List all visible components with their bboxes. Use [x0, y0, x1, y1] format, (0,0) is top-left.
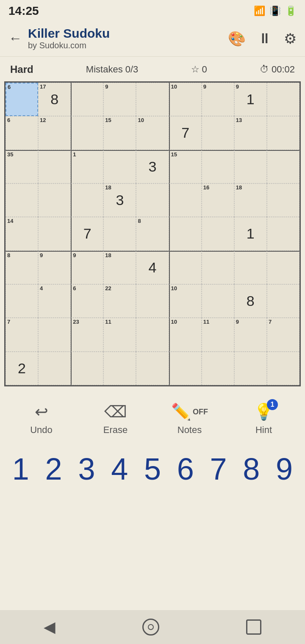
- num-btn-3[interactable]: 3: [72, 452, 101, 486]
- cell-r6-c2[interactable]: 9: [38, 251, 71, 284]
- cell-r7-c9[interactable]: [267, 284, 299, 318]
- cell-r6-c1[interactable]: 8: [6, 251, 38, 284]
- cell-r2-c4[interactable]: 15: [103, 116, 136, 150]
- cell-r1-c5[interactable]: [136, 83, 169, 116]
- undo-button[interactable]: ↩ Undo: [16, 402, 67, 436]
- num-btn-2[interactable]: 2: [39, 452, 69, 486]
- cell-r8-c2[interactable]: [38, 318, 71, 351]
- cell-r8-c7[interactable]: 11: [202, 318, 234, 351]
- cell-r2-c5[interactable]: 10: [136, 116, 169, 150]
- cell-r3-c3[interactable]: 1: [71, 150, 103, 183]
- cell-r5-c9[interactable]: [267, 217, 299, 250]
- cell-r2-c9[interactable]: [267, 116, 299, 150]
- cell-r5-c5[interactable]: 8: [136, 217, 169, 250]
- notes-button[interactable]: ✏️ OFF Notes: [164, 402, 215, 436]
- cell-r3-c9[interactable]: [267, 150, 299, 183]
- cell-r1-c3[interactable]: [71, 83, 103, 116]
- cell-r9-c8[interactable]: [234, 352, 267, 385]
- cell-r4-c6[interactable]: [169, 183, 202, 217]
- cell-r6-c9[interactable]: [267, 251, 299, 284]
- cell-r2-c1[interactable]: 6: [6, 116, 38, 150]
- palette-icon[interactable]: 🎨: [228, 30, 246, 47]
- pause-icon[interactable]: ⏸: [258, 30, 272, 47]
- cell-r4-c3[interactable]: [71, 183, 103, 217]
- cell-r5-c1[interactable]: 14: [6, 217, 38, 250]
- cell-r2-c7[interactable]: [202, 116, 234, 150]
- cell-r9-c2[interactable]: [38, 352, 71, 385]
- num-btn-1[interactable]: 1: [6, 452, 36, 486]
- cell-r4-c5[interactable]: [136, 183, 169, 217]
- cell-r9-c1[interactable]: 2: [6, 352, 38, 385]
- cell-r5-c2[interactable]: [38, 217, 71, 250]
- cell-r5-c4[interactable]: [103, 217, 136, 250]
- cell-r5-c3[interactable]: 7: [71, 217, 103, 250]
- cell-r2-c3[interactable]: [71, 116, 103, 150]
- cell-r7-c5[interactable]: [136, 284, 169, 318]
- cell-r9-c5[interactable]: [136, 352, 169, 385]
- cell-r8-c8[interactable]: 9: [234, 318, 267, 351]
- cell-r4-c7[interactable]: 16: [202, 183, 234, 217]
- cell-r1-c1[interactable]: 6: [6, 83, 38, 116]
- cell-r1-c6[interactable]: 10: [169, 83, 202, 116]
- settings-icon[interactable]: ⚙: [284, 30, 297, 47]
- cell-r9-c7[interactable]: [202, 352, 234, 385]
- cell-r7-c1[interactable]: [6, 284, 38, 318]
- cell-r3-c4[interactable]: [103, 150, 136, 183]
- cell-r3-c8[interactable]: [234, 150, 267, 183]
- cell-r3-c7[interactable]: [202, 150, 234, 183]
- cell-r4-c2[interactable]: [38, 183, 71, 217]
- cell-r6-c8[interactable]: [234, 251, 267, 284]
- hint-button[interactable]: 💡 1 Hint: [238, 402, 289, 436]
- cell-r8-c3[interactable]: 23: [71, 318, 103, 351]
- cell-r5-c8[interactable]: 1: [234, 217, 267, 250]
- cell-r8-c6[interactable]: 10: [169, 318, 202, 351]
- cell-r2-c2[interactable]: 12: [38, 116, 71, 150]
- cell-r9-c3[interactable]: [71, 352, 103, 385]
- cell-r6-c3[interactable]: 9: [71, 251, 103, 284]
- cell-r3-c5[interactable]: 3: [136, 150, 169, 183]
- back-button[interactable]: ←: [8, 31, 22, 46]
- cell-r1-c9[interactable]: [267, 83, 299, 116]
- home-nav-button[interactable]: [142, 619, 159, 636]
- cell-r6-c5[interactable]: 4: [136, 251, 169, 284]
- cell-r1-c8[interactable]: 91: [234, 83, 267, 116]
- cell-r6-c6[interactable]: [169, 251, 202, 284]
- num-btn-4[interactable]: 4: [105, 452, 134, 486]
- cell-r8-c4[interactable]: 11: [103, 318, 136, 351]
- erase-button[interactable]: ⌫ Erase: [90, 402, 141, 436]
- cell-r8-c1[interactable]: 7: [6, 318, 38, 351]
- cell-r8-c9[interactable]: 7: [267, 318, 299, 351]
- cell-r4-c8[interactable]: 18: [234, 183, 267, 217]
- num-btn-5[interactable]: 5: [138, 452, 167, 486]
- cell-r6-c7[interactable]: [202, 251, 234, 284]
- cell-r4-c4[interactable]: 183: [103, 183, 136, 217]
- num-btn-8[interactable]: 8: [236, 452, 266, 486]
- cell-r9-c4[interactable]: [103, 352, 136, 385]
- cell-r2-c6[interactable]: 7: [169, 116, 202, 150]
- cell-r7-c3[interactable]: 6: [71, 284, 103, 318]
- cell-r7-c7[interactable]: [202, 284, 234, 318]
- num-btn-7[interactable]: 7: [203, 452, 233, 486]
- cell-r6-c4[interactable]: 18: [103, 251, 136, 284]
- cell-r7-c4[interactable]: 22: [103, 284, 136, 318]
- back-nav-button[interactable]: ◀: [44, 618, 55, 636]
- cell-r4-c1[interactable]: [6, 183, 38, 217]
- num-btn-6[interactable]: 6: [171, 452, 200, 486]
- cell-r5-c7[interactable]: [202, 217, 234, 250]
- cell-r3-c1[interactable]: 35: [6, 150, 38, 183]
- cell-r5-c6[interactable]: [169, 217, 202, 250]
- recents-nav-button[interactable]: [246, 619, 261, 635]
- cell-r7-c2[interactable]: 4: [38, 284, 71, 318]
- cell-r3-c6[interactable]: 15: [169, 150, 202, 183]
- cell-r9-c6[interactable]: [169, 352, 202, 385]
- cell-r2-c8[interactable]: 13: [234, 116, 267, 150]
- cell-r1-c7[interactable]: 9: [202, 83, 234, 116]
- cell-r3-c2[interactable]: [38, 150, 71, 183]
- num-btn-9[interactable]: 9: [269, 452, 299, 486]
- cell-r1-c4[interactable]: 9: [103, 83, 136, 116]
- cell-r1-c2[interactable]: 178: [38, 83, 71, 116]
- cell-r7-c8[interactable]: 8: [234, 284, 267, 318]
- cell-r4-c9[interactable]: [267, 183, 299, 217]
- cell-r9-c9[interactable]: [267, 352, 299, 385]
- cell-r8-c5[interactable]: [136, 318, 169, 351]
